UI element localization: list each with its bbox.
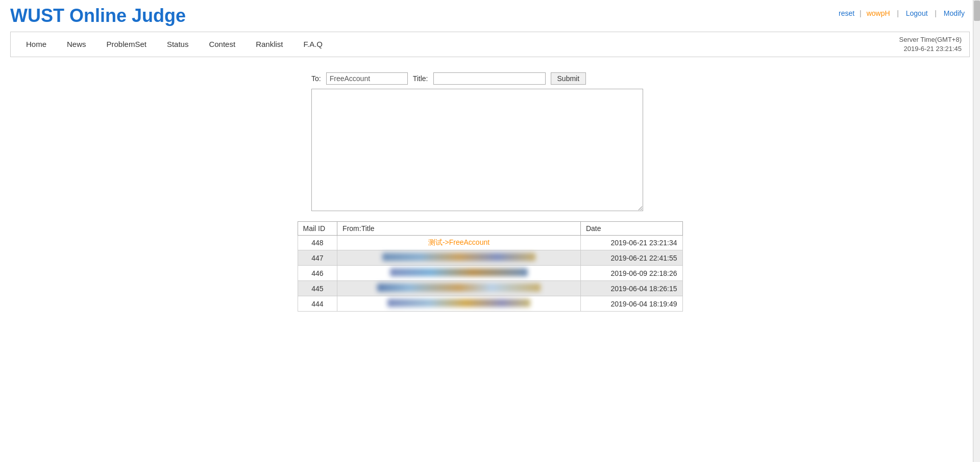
mail-id: 448 — [298, 236, 337, 250]
nav-contest[interactable]: Contest — [199, 32, 246, 57]
mail-title-blurred — [337, 281, 581, 296]
nav-ranklist[interactable]: Ranklist — [246, 32, 293, 57]
user-actions: reset | wowpH | Logout | Modify — [839, 9, 965, 17]
nav-home[interactable]: Home — [16, 32, 57, 57]
scrollbar[interactable] — [973, 0, 980, 327]
separator-3: | — [933, 9, 940, 17]
mail-table-wrapper: Mail ID From:Title Date 448 测试->FreeAcco… — [298, 221, 683, 312]
site-title[interactable]: WUST Online Judge — [10, 5, 186, 26]
reset-link[interactable]: reset — [839, 9, 856, 17]
table-row: 444 2019-06-04 18:19:49 — [298, 296, 682, 312]
mail-id: 446 — [298, 266, 337, 281]
col-mail-id: Mail ID — [298, 222, 337, 236]
table-row: 445 2019-06-04 18:26:15 — [298, 281, 682, 296]
mail-id: 447 — [298, 250, 337, 266]
submit-button[interactable]: Submit — [551, 72, 586, 85]
mail-date: 2019-06-04 18:19:49 — [580, 296, 682, 312]
compose-form: To: Title: Submit — [311, 72, 669, 211]
username-link[interactable]: wowpH — [867, 9, 890, 17]
mail-date: 2019-06-21 23:21:34 — [580, 236, 682, 250]
mail-title-blurred — [337, 296, 581, 312]
compose-header: To: Title: Submit — [311, 72, 669, 85]
to-input[interactable] — [326, 72, 408, 85]
table-row: 447 2019-06-21 22:41:55 — [298, 250, 682, 266]
mail-title-blurred — [337, 266, 581, 281]
nav-status[interactable]: Status — [157, 32, 199, 57]
mail-link[interactable]: 测试->FreeAccount — [428, 238, 489, 246]
server-time-label: Server Time(GMT+8) — [899, 35, 962, 44]
title-input[interactable] — [433, 72, 546, 85]
table-row: 446 2019-06-09 22:18:26 — [298, 266, 682, 281]
table-row: 448 测试->FreeAccount 2019-06-21 23:21:34 — [298, 236, 682, 250]
mail-id: 445 — [298, 281, 337, 296]
mail-id: 444 — [298, 296, 337, 312]
nav-problemset[interactable]: ProblemSet — [96, 32, 157, 57]
mail-title-blurred — [337, 250, 581, 266]
mail-date: 2019-06-21 22:41:55 — [580, 250, 682, 266]
server-time: Server Time(GMT+8) 2019-6-21 23:21:45 — [899, 35, 962, 54]
scrollbar-thumb[interactable] — [974, 1, 980, 21]
separator-1: | — [860, 9, 864, 17]
mail-table: Mail ID From:Title Date 448 测试->FreeAcco… — [298, 221, 683, 312]
title-label: Title: — [413, 74, 428, 83]
mail-title: 测试->FreeAccount — [337, 236, 581, 250]
message-body[interactable] — [311, 89, 643, 211]
header: WUST Online Judge reset | wowpH | Logout… — [0, 0, 980, 32]
col-date: Date — [580, 222, 682, 236]
col-from-title: From:Title — [337, 222, 581, 236]
navbar: Home News ProblemSet Status Contest Rank… — [10, 32, 970, 57]
nav-faq[interactable]: F.A.Q — [293, 32, 333, 57]
mail-date: 2019-06-04 18:26:15 — [580, 281, 682, 296]
to-label: To: — [311, 74, 321, 83]
nav-news[interactable]: News — [57, 32, 96, 57]
modify-link[interactable]: Modify — [944, 9, 965, 17]
mail-tbody: 448 测试->FreeAccount 2019-06-21 23:21:34 … — [298, 236, 682, 312]
main-content: To: Title: Submit Mail ID From:Title Dat… — [0, 57, 980, 327]
logout-link[interactable]: Logout — [906, 9, 928, 17]
server-time-value: 2019-6-21 23:21:45 — [899, 44, 962, 54]
separator-2: | — [895, 9, 902, 17]
mail-date: 2019-06-09 22:18:26 — [580, 266, 682, 281]
